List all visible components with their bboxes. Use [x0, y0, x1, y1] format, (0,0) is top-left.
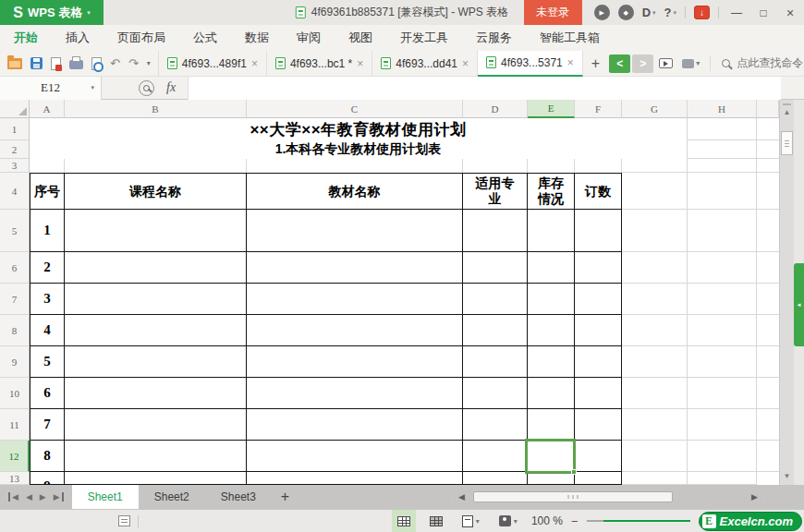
status-grid-icon[interactable] [118, 515, 130, 526]
col-header-B[interactable]: B [65, 100, 247, 118]
cell[interactable] [688, 210, 757, 252]
cell[interactable] [688, 378, 757, 409]
cell[interactable] [463, 378, 528, 409]
cell[interactable] [622, 378, 688, 409]
find-command-box[interactable]: 点此查找命令 [710, 55, 803, 71]
cell[interactable] [528, 284, 575, 315]
cell[interactable] [575, 315, 622, 346]
cell[interactable] [247, 159, 463, 173]
print-icon[interactable] [69, 60, 83, 69]
cell[interactable] [688, 252, 757, 284]
cell-seq[interactable]: 7 [30, 409, 65, 441]
cell[interactable] [463, 159, 528, 173]
menu-insert[interactable]: 插入 [52, 25, 104, 51]
cell[interactable] [575, 409, 622, 441]
cell[interactable] [247, 210, 463, 252]
cell[interactable] [528, 210, 575, 252]
menu-formulas[interactable]: 公式 [179, 25, 231, 51]
next-sheet-icon[interactable]: ▶ [40, 492, 46, 502]
row-header[interactable]: 2 [0, 140, 30, 159]
share-button[interactable]: ▾ [682, 59, 700, 68]
minimize-button[interactable]: — [727, 6, 746, 19]
cell[interactable] [688, 315, 757, 346]
task-pane-toggle[interactable]: ◂ [794, 263, 804, 346]
cell[interactable] [622, 252, 688, 284]
col-header-F[interactable]: F [575, 100, 622, 118]
normal-view-button[interactable] [392, 510, 416, 532]
cell[interactable] [65, 378, 247, 409]
cell[interactable] [528, 159, 575, 173]
cell[interactable] [65, 472, 247, 485]
close-tab-icon[interactable]: × [251, 57, 258, 70]
login-button[interactable]: 未登录 [524, 0, 582, 25]
horizontal-scrollbar-thumb[interactable] [473, 491, 673, 502]
cell[interactable] [528, 252, 575, 284]
cell-header-seq[interactable]: 序号 [30, 173, 65, 210]
menu-page-layout[interactable]: 页面布局 [104, 25, 179, 51]
cell-seq[interactable]: 3 [30, 284, 65, 315]
save-icon[interactable] [30, 57, 43, 69]
cell[interactable] [575, 210, 622, 252]
col-header-E-selected[interactable]: E [528, 100, 575, 118]
cell[interactable] [688, 409, 757, 441]
horizontal-scroll-track[interactable] [471, 490, 745, 503]
theme-icon[interactable]: ▶ [594, 5, 610, 20]
cell[interactable] [622, 472, 688, 485]
doc-tab-4-active[interactable]: 4f693...5371 × [478, 51, 583, 77]
scroll-down-icon[interactable]: ▼ [780, 472, 794, 480]
cell[interactable] [463, 210, 528, 252]
cell[interactable] [247, 315, 463, 346]
cell[interactable] [622, 346, 688, 378]
cell[interactable] [622, 284, 688, 315]
cell-sub-title[interactable]: 1.本科各专业教材使用计划表 [30, 140, 688, 159]
row-header[interactable]: 13 [0, 472, 30, 485]
sheet-tab-sheet3[interactable]: Sheet3 [205, 485, 272, 509]
row-header[interactable]: 11 [0, 409, 30, 441]
cell[interactable] [688, 284, 757, 315]
close-tab-icon[interactable]: × [567, 56, 574, 69]
chevron-down-icon[interactable]: ▾ [91, 84, 94, 91]
vertical-scrollbar-thumb[interactable] [781, 131, 793, 155]
cell[interactable] [65, 159, 247, 173]
select-all-corner[interactable] [0, 100, 30, 118]
close-button[interactable]: × [781, 6, 799, 20]
cell[interactable] [65, 315, 247, 346]
menu-review[interactable]: 审阅 [283, 25, 335, 51]
col-header-D[interactable]: D [463, 100, 528, 118]
doc-tab-2[interactable]: 4f693...bc1 * × [267, 51, 372, 77]
undo-icon[interactable]: ↶ [110, 57, 120, 69]
menu-cloud[interactable]: 云服务 [462, 25, 526, 51]
col-header-H[interactable]: H [688, 100, 757, 118]
cell-header-major[interactable]: 适用专 业 [463, 173, 528, 210]
cell-seq[interactable]: 4 [30, 315, 65, 346]
sheet-tab-sheet1[interactable]: Sheet1 [72, 485, 139, 509]
vertical-scrollbar[interactable]: ▲ ▼ [779, 100, 794, 485]
close-tab-icon[interactable]: × [462, 57, 469, 70]
scroll-up-icon[interactable]: ▲ [780, 108, 794, 116]
last-sheet-icon[interactable]: ▶ [54, 492, 64, 502]
cell[interactable] [575, 284, 622, 315]
cell-seq[interactable]: 6 [30, 378, 65, 409]
row-header[interactable]: 5 [0, 210, 30, 252]
doc-tab-1[interactable]: 4f693...489f1 × [159, 51, 267, 77]
cell[interactable] [528, 346, 575, 378]
cell[interactable] [688, 346, 757, 378]
redo-icon[interactable]: ↷ [128, 57, 139, 69]
menu-dev-tools[interactable]: 开发工具 [386, 25, 462, 51]
cell[interactable] [622, 159, 688, 173]
cell[interactable] [65, 210, 247, 252]
cell[interactable] [575, 472, 622, 485]
cell[interactable] [247, 284, 463, 315]
cell[interactable] [463, 472, 528, 485]
cell[interactable] [65, 252, 247, 284]
col-header-A[interactable]: A [30, 100, 65, 118]
cell[interactable] [463, 315, 528, 346]
cell[interactable] [463, 441, 528, 472]
zoom-out-button[interactable]: − [571, 514, 579, 528]
add-sheet-button[interactable]: + [272, 489, 298, 505]
row-header[interactable]: 9 [0, 346, 30, 378]
export-pdf-icon[interactable] [51, 57, 61, 70]
row-header[interactable]: 8 [0, 315, 30, 346]
cell[interactable] [247, 252, 463, 284]
cell[interactable] [688, 159, 757, 173]
